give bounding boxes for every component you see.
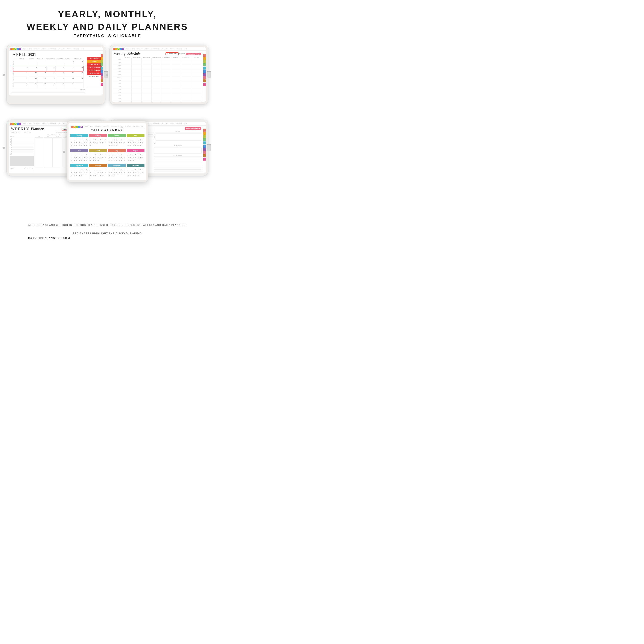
- cal-day-19[interactable]: 19: [28, 77, 37, 82]
- cal-day-15[interactable]: 15: [56, 71, 65, 77]
- right-tab-1[interactable]: [101, 54, 103, 57]
- sleep-tracker-btn[interactable]: SLEEP TRACKER: [87, 69, 102, 72]
- ws-tab-8[interactable]: [203, 76, 206, 79]
- dec-header[interactable]: December: [127, 164, 145, 167]
- right-tab-7[interactable]: [101, 73, 103, 76]
- oct-header[interactable]: October: [89, 164, 107, 167]
- nav-ws-selfcare[interactable]: SELF CARE: [162, 48, 168, 49]
- cal-day-13[interactable]: 13: [37, 71, 46, 77]
- nav-num-ws-1[interactable]: 1: [113, 48, 115, 50]
- nav-num-4[interactable]: 4: [17, 48, 19, 50]
- nav-stickers[interactable]: STICKERS: [73, 48, 79, 49]
- nav-num-5[interactable]: 5: [19, 48, 21, 50]
- cal-day-11[interactable]: 11: [19, 71, 28, 77]
- finance-btn[interactable]: FINANCE: [87, 60, 102, 63]
- nav-num-yc-4[interactable]: 4: [78, 126, 80, 128]
- cal-day-20[interactable]: 20: [37, 77, 46, 82]
- cal-day-2[interactable]: 2: [65, 60, 74, 66]
- right-tab-8[interactable]: [101, 76, 103, 79]
- nav-ws-notes[interactable]: NOTES: [170, 48, 174, 49]
- grocery-list-btn[interactable]: GROCERY LIST: [87, 72, 102, 75]
- right-tab-2[interactable]: [101, 57, 103, 60]
- cal-day-18[interactable]: 18: [19, 77, 28, 82]
- cal-day-21[interactable]: 21: [46, 77, 56, 82]
- nav-num-2[interactable]: 2: [12, 48, 14, 50]
- nav-num-wp-4[interactable]: 4: [17, 123, 19, 125]
- ws-tab-10[interactable]: [203, 83, 206, 86]
- nav-nutrition[interactable]: NUTRITION: [50, 48, 56, 49]
- nav-num-yc-2[interactable]: 2: [73, 126, 76, 128]
- jan-header[interactable]: January: [70, 134, 88, 137]
- cal-day-3[interactable]: 3: [74, 60, 84, 66]
- nav-ws-finance[interactable]: FINANCE: [145, 48, 150, 49]
- week-row-14[interactable]: WEEK 14 4 5 6 7 8 9 10: [13, 66, 84, 71]
- cal-day-14[interactable]: 14: [46, 71, 56, 77]
- nav-index[interactable]: INDEX: [23, 48, 26, 49]
- nav-ws-projects[interactable]: PROJECTS: [137, 48, 143, 49]
- cal-day-28[interactable]: 28: [46, 83, 56, 88]
- nav-num-yc-5[interactable]: 5: [81, 126, 83, 128]
- do-tab-8[interactable]: [203, 151, 206, 154]
- cal-day-27[interactable]: 27: [37, 83, 46, 88]
- apr-header[interactable]: April: [127, 134, 145, 137]
- cal-day-26[interactable]: 26: [28, 83, 37, 88]
- nav-num-wp-3[interactable]: 3: [14, 123, 17, 125]
- ws-tab-3[interactable]: [203, 60, 206, 63]
- cal-day-30[interactable]: 30: [65, 83, 74, 88]
- cal-day-6[interactable]: 6: [37, 66, 47, 71]
- do-tab-2[interactable]: [203, 132, 206, 135]
- cal-day-1[interactable]: 1: [56, 60, 65, 66]
- cal-day-9[interactable]: 9: [65, 66, 74, 71]
- do-tab-6[interactable]: [203, 145, 206, 148]
- ws-tab-2[interactable]: [203, 57, 206, 60]
- do-tab-1[interactable]: [203, 129, 206, 132]
- steps-tracker-btn[interactable]: STEPS TRACKER: [87, 66, 102, 69]
- nav-num-wp-2[interactable]: 2: [12, 123, 14, 125]
- home-button-ws[interactable]: [207, 71, 211, 78]
- cal-day-29[interactable]: 29: [56, 83, 65, 88]
- nav-finance[interactable]: FINANCE: [42, 48, 47, 49]
- do-tab-7[interactable]: [203, 148, 206, 151]
- nav-num-yc-1[interactable]: 1: [71, 126, 73, 128]
- nav-projects[interactable]: PROJECTS: [34, 48, 40, 49]
- right-tab-4[interactable]: [101, 63, 103, 66]
- nav-num-wp-5[interactable]: 5: [19, 123, 21, 125]
- do-tab-10[interactable]: [203, 158, 206, 161]
- nav-info[interactable]: INFO: [29, 48, 32, 49]
- ws-tab-5[interactable]: [203, 67, 206, 70]
- ws-tab-9[interactable]: [203, 79, 206, 82]
- time-tracker-btn[interactable]: TIME TRACKER: [87, 63, 102, 66]
- reflections-btn[interactable]: REFLECTIONS: [87, 57, 102, 60]
- cal-day-7[interactable]: 7: [47, 66, 56, 71]
- nav-ws-index[interactable]: INDEX: [126, 48, 129, 49]
- ws-date-badge[interactable]: JANUARY 2021: [166, 52, 179, 55]
- nav-num-ws-4[interactable]: 4: [120, 48, 122, 50]
- do-badge[interactable]: WEEKLY OVERVIEW: [185, 127, 201, 130]
- cal-day-16[interactable]: 16: [65, 71, 74, 77]
- cal-day-25[interactable]: 25: [19, 83, 28, 88]
- sep-header[interactable]: September: [70, 164, 88, 167]
- jul-header[interactable]: July: [108, 149, 126, 152]
- nav-num-ws-3[interactable]: 3: [117, 48, 120, 50]
- right-tab-10[interactable]: [101, 83, 103, 86]
- nav-ws-year[interactable]: 2021: [184, 48, 187, 49]
- right-tab-3[interactable]: [101, 60, 103, 63]
- nov-header[interactable]: November: [108, 164, 126, 167]
- right-tab-6[interactable]: [101, 70, 103, 73]
- ws-tab-4[interactable]: [203, 63, 206, 66]
- cal-day-12[interactable]: 12: [28, 71, 37, 77]
- nav-notes[interactable]: NOTES: [67, 48, 71, 49]
- do-tab-4[interactable]: [203, 138, 206, 141]
- nav-num-yc-3[interactable]: 3: [76, 126, 78, 128]
- nav-ws-stickers[interactable]: STICKERS: [176, 48, 182, 49]
- nav-ws-nutrition[interactable]: NUTRITION: [153, 48, 159, 49]
- do-tab-9[interactable]: [203, 154, 206, 157]
- nav-year[interactable]: 2021: [81, 48, 84, 49]
- cal-day-17[interactable]: 17: [74, 71, 84, 77]
- nav-num-3[interactable]: 3: [14, 48, 17, 50]
- aug-header[interactable]: August: [127, 149, 145, 152]
- right-tab-5[interactable]: [101, 67, 103, 70]
- may-header[interactable]: May: [70, 149, 88, 152]
- nav-num-ws-5[interactable]: 5: [122, 48, 124, 50]
- ws-tab-7[interactable]: [203, 73, 206, 76]
